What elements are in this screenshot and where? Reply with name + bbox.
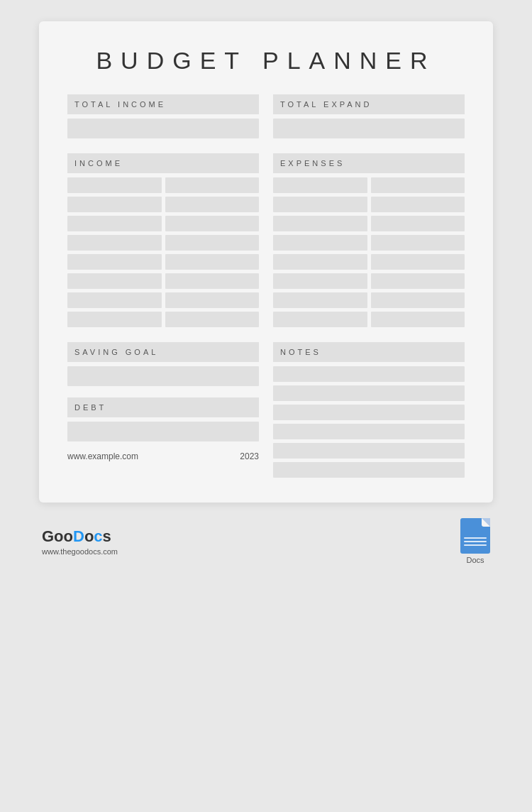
saving-goal-header: SAVING GOAL: [67, 342, 259, 362]
income-cell[interactable]: [67, 235, 162, 251]
income-row-6: [67, 273, 259, 289]
income-cell[interactable]: [165, 216, 260, 231]
expenses-row-3: [273, 216, 465, 231]
income-row-8: [67, 312, 259, 327]
expenses-cell[interactable]: [273, 292, 367, 308]
debt-section: DEBT: [67, 397, 259, 441]
total-expand-header: TOTAL EXPAND: [273, 94, 465, 114]
notes-section: NOTES: [273, 342, 465, 481]
expenses-cell[interactable]: [273, 235, 367, 251]
docs-label: Docs: [466, 556, 484, 564]
total-expand-input[interactable]: [273, 119, 465, 138]
income-row-7: [67, 292, 259, 308]
footer-year: 2023: [240, 451, 259, 461]
income-row-1: [67, 177, 259, 193]
income-cell[interactable]: [165, 197, 260, 212]
goodocs-goo: Goo: [42, 527, 73, 545]
footer-website: www.example.com: [67, 451, 138, 461]
expenses-cell[interactable]: [273, 312, 367, 327]
income-cell[interactable]: [67, 216, 162, 231]
docs-line-2: [464, 541, 487, 542]
saving-goal-input[interactable]: [67, 366, 259, 386]
total-expand-section: TOTAL EXPAND: [273, 94, 465, 142]
income-cell[interactable]: [67, 197, 162, 212]
income-cell[interactable]: [67, 177, 162, 193]
income-row-4: [67, 235, 259, 251]
expenses-row-2: [273, 197, 465, 212]
expenses-cell[interactable]: [371, 292, 465, 308]
bottom-row: SAVING GOAL DEBT www.example.com 2023 NO…: [67, 342, 465, 481]
income-section: INCOME: [67, 153, 259, 331]
docs-line-3: [464, 544, 487, 546]
footer: www.example.com 2023: [67, 451, 259, 461]
docs-file-icon: [460, 518, 490, 554]
expenses-cell[interactable]: [273, 197, 367, 212]
notes-line-4[interactable]: [273, 424, 465, 439]
expenses-cell[interactable]: [371, 235, 465, 251]
expenses-cell[interactable]: [371, 197, 465, 212]
docs-lines: [464, 537, 487, 548]
goodocs-url: www.thegoodocs.com: [42, 547, 118, 556]
expenses-cell[interactable]: [371, 177, 465, 193]
expenses-section: EXPENSES: [273, 153, 465, 331]
notes-line-3[interactable]: [273, 405, 465, 420]
saving-goal-section: SAVING GOAL: [67, 342, 259, 386]
income-cell[interactable]: [67, 312, 162, 327]
expenses-header: EXPENSES: [273, 153, 465, 173]
income-expenses-row: INCOME: [67, 153, 465, 331]
goodocs-logo: GooDocs www.thegoodocs.com: [42, 527, 118, 556]
notes-line-1[interactable]: [273, 366, 465, 382]
total-income-header: TOTAL INCOME: [67, 94, 259, 114]
expenses-cell[interactable]: [371, 312, 465, 327]
debt-input[interactable]: [67, 422, 259, 441]
income-cell[interactable]: [67, 292, 162, 308]
expenses-cell[interactable]: [273, 273, 367, 289]
goodocs-name: GooDocs: [42, 527, 118, 546]
notes-line-5[interactable]: [273, 443, 465, 459]
income-cell[interactable]: [165, 254, 260, 270]
income-cell[interactable]: [165, 312, 260, 327]
expenses-cell[interactable]: [273, 254, 367, 270]
income-cell[interactable]: [67, 273, 162, 289]
expenses-row-6: [273, 273, 465, 289]
income-row-2: [67, 197, 259, 212]
left-bottom: SAVING GOAL DEBT www.example.com 2023: [67, 342, 259, 481]
income-row-3: [67, 216, 259, 231]
docs-line-1: [464, 537, 487, 539]
expenses-cell[interactable]: [371, 254, 465, 270]
expenses-cell[interactable]: [371, 273, 465, 289]
page-title: BUDGET PLANNER: [67, 47, 465, 75]
docs-icon-container: Docs: [460, 518, 490, 564]
income-cell[interactable]: [67, 254, 162, 270]
expenses-row-8: [273, 312, 465, 327]
expenses-row-4: [273, 235, 465, 251]
expenses-row-7: [273, 292, 465, 308]
goodocs-c: c: [94, 527, 102, 545]
goodocs-D: D: [73, 527, 84, 545]
expenses-row-5: [273, 254, 465, 270]
notes-line-6[interactable]: [273, 462, 465, 478]
branding-bar: GooDocs www.thegoodocs.com Docs: [39, 518, 493, 564]
expenses-cell[interactable]: [371, 216, 465, 231]
goodocs-o-mid: o: [84, 527, 94, 545]
expenses-cell[interactable]: [273, 216, 367, 231]
income-row-5: [67, 254, 259, 270]
notes-header: NOTES: [273, 342, 465, 362]
income-cell[interactable]: [165, 235, 260, 251]
budget-planner-page: BUDGET PLANNER TOTAL INCOME TOTAL EXPAND…: [39, 21, 493, 503]
expenses-cell[interactable]: [273, 177, 367, 193]
total-income-section: TOTAL INCOME: [67, 94, 259, 142]
income-cell[interactable]: [165, 273, 260, 289]
notes-line-2[interactable]: [273, 385, 465, 401]
income-cell[interactable]: [165, 177, 260, 193]
income-cell[interactable]: [165, 292, 260, 308]
totals-row: TOTAL INCOME TOTAL EXPAND: [67, 94, 465, 142]
expenses-row-1: [273, 177, 465, 193]
total-income-input[interactable]: [67, 119, 259, 138]
goodocs-s: s: [103, 527, 111, 545]
debt-header: DEBT: [67, 397, 259, 417]
income-header: INCOME: [67, 153, 259, 173]
